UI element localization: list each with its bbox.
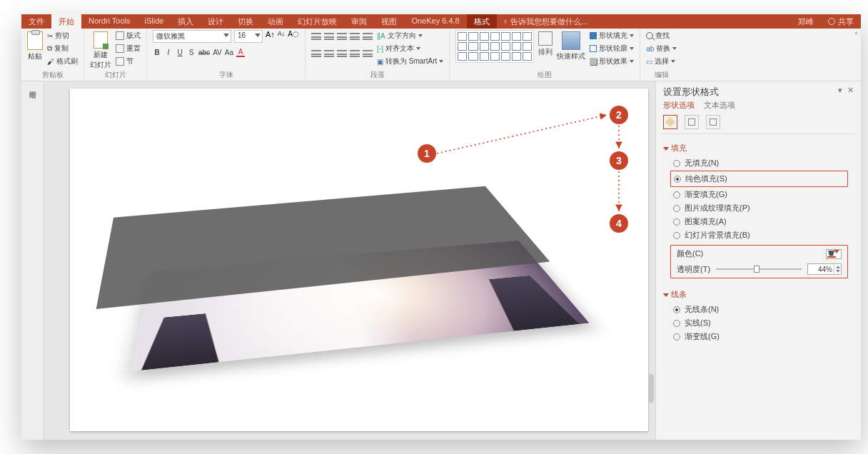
italic-button[interactable]: I bbox=[164, 49, 173, 56]
indent-dec-button[interactable] bbox=[337, 33, 347, 40]
shrink-font-button[interactable]: A↓ bbox=[278, 30, 286, 43]
cut-button[interactable]: ✂ 剪切 bbox=[47, 30, 78, 41]
shadow-button[interactable]: S bbox=[187, 49, 196, 56]
fill-solid-radio[interactable]: 纯色填充(S) bbox=[674, 172, 844, 186]
align-center-button[interactable] bbox=[324, 50, 334, 57]
arrange-button[interactable]: 排列 bbox=[538, 30, 552, 57]
transparency-value[interactable]: 44% bbox=[807, 263, 842, 275]
line-none-label: 无线条(N) bbox=[685, 304, 719, 315]
cut-label: 剪切 bbox=[55, 31, 69, 41]
shape-outline-button[interactable]: 形状轮廓 bbox=[590, 43, 634, 54]
share-button[interactable]: 共享 bbox=[821, 14, 861, 29]
tell-me[interactable]: ♀ 告诉我您想要做什么... bbox=[497, 14, 593, 29]
pane-cat-effects-icon[interactable] bbox=[685, 115, 699, 129]
pane-tab-text[interactable]: 文本选项 bbox=[704, 100, 735, 111]
tab-insert[interactable]: 插入 bbox=[171, 14, 201, 29]
copy-button[interactable]: ⧉ 复制 bbox=[47, 43, 78, 54]
annotation-2: 2 bbox=[610, 106, 628, 124]
reset-button[interactable]: 重置 bbox=[116, 43, 141, 54]
clear-format-button[interactable]: A◌ bbox=[288, 30, 299, 43]
grow-font-button[interactable]: A↑ bbox=[266, 30, 275, 43]
smartart-label: 转换为 SmartArt bbox=[385, 56, 437, 66]
pane-close-button[interactable]: ▾ ✕ bbox=[838, 86, 855, 99]
tab-design[interactable]: 设计 bbox=[201, 14, 231, 29]
account-user[interactable]: 郑峰 bbox=[791, 14, 821, 29]
pane-cat-fill-icon[interactable] bbox=[663, 115, 677, 129]
align-left-button[interactable] bbox=[311, 50, 321, 57]
align-text-label: 对齐文本 bbox=[385, 44, 414, 54]
tab-review[interactable]: 审阅 bbox=[344, 14, 374, 29]
smartart-button[interactable]: ▣转换为 SmartArt bbox=[377, 56, 443, 67]
fill-none-radio[interactable]: 无填充(N) bbox=[663, 156, 854, 170]
align-text-button[interactable]: [▫]对齐文本 bbox=[377, 43, 443, 54]
paste-label: 粘贴 bbox=[28, 51, 42, 61]
text-direction-button[interactable]: ‖A文字方向 bbox=[377, 30, 443, 41]
ribbon: 粘贴 ✂ 剪切 ⧉ 复制 🖌 格式刷 剪贴板 新建 幻灯片 版式 重置 bbox=[21, 29, 861, 81]
underline-button[interactable]: U bbox=[176, 49, 184, 56]
collapse-ribbon-button[interactable]: ˄ bbox=[854, 31, 858, 39]
line-spacing-button[interactable] bbox=[363, 33, 373, 40]
line-section-header[interactable]: 线条 bbox=[663, 289, 854, 300]
tab-animation[interactable]: 动画 bbox=[261, 14, 291, 29]
tab-slideshow[interactable]: 幻灯片放映 bbox=[291, 14, 344, 29]
find-button[interactable]: 查找 bbox=[646, 30, 677, 41]
quick-style-button[interactable]: 快速样式 bbox=[557, 30, 585, 61]
tab-view[interactable]: 视图 bbox=[374, 14, 404, 29]
tab-transition[interactable]: 切换 bbox=[231, 14, 261, 29]
clipboard-icon bbox=[27, 31, 43, 50]
font-color-button[interactable]: A bbox=[236, 48, 245, 57]
fill-pattern-radio[interactable]: 图案填充(A) bbox=[663, 215, 854, 228]
share-icon bbox=[828, 18, 835, 25]
section-button[interactable]: 节 bbox=[116, 56, 141, 67]
tab-home[interactable]: 开始 bbox=[51, 14, 81, 29]
tab-file[interactable]: 文件 bbox=[21, 14, 51, 29]
align-right-button[interactable] bbox=[337, 50, 347, 57]
new-slide-button[interactable]: 新建 幻灯片 bbox=[90, 30, 111, 70]
section-label: 节 bbox=[126, 56, 133, 66]
tab-format[interactable]: 格式 bbox=[467, 14, 497, 29]
find-icon bbox=[646, 32, 653, 39]
transparency-slider[interactable] bbox=[716, 268, 802, 270]
fill-pattern-label: 图案填充(A) bbox=[685, 216, 727, 227]
fill-gradient-radio[interactable]: 渐变填充(G) bbox=[663, 188, 854, 201]
line-gradient-radio[interactable]: 渐变线(G) bbox=[663, 330, 854, 343]
tab-nordri[interactable]: Nordri Tools bbox=[81, 14, 138, 29]
shape-fill-button[interactable]: 形状填充 bbox=[590, 30, 634, 41]
pane-cat-size-icon[interactable] bbox=[706, 115, 720, 129]
fill-picture-radio[interactable]: 图片或纹理填充(P) bbox=[663, 201, 854, 215]
menu-tab-bar: 文件 开始 Nordri Tools iSlide 插入 设计 切换 动画 幻灯… bbox=[21, 14, 861, 29]
columns-button[interactable] bbox=[363, 50, 373, 57]
select-button[interactable]: ▭选择 bbox=[646, 56, 677, 67]
layout-button[interactable]: 版式 bbox=[116, 30, 141, 41]
fill-section-header[interactable]: 填充 bbox=[663, 143, 854, 153]
group-paragraph-label: 段落 bbox=[311, 70, 443, 81]
slide-canvas[interactable] bbox=[70, 89, 648, 431]
font-size-combo[interactable]: 16 bbox=[234, 30, 263, 43]
line-none-radio[interactable]: 无线条(N) bbox=[663, 303, 854, 316]
shapes-gallery[interactable] bbox=[455, 30, 534, 63]
shape-effects-button[interactable]: 形状效果 bbox=[590, 56, 634, 67]
char-spacing-button[interactable]: AV bbox=[213, 49, 222, 56]
indent-inc-button[interactable] bbox=[350, 33, 360, 40]
paste-button[interactable]: 粘贴 bbox=[27, 30, 43, 61]
tab-islide[interactable]: iSlide bbox=[138, 14, 171, 29]
change-case-button[interactable]: Aa bbox=[225, 49, 233, 56]
align-justify-button[interactable] bbox=[350, 50, 360, 57]
line-solid-radio[interactable]: 实线(S) bbox=[663, 316, 854, 330]
tab-onekey[interactable]: OneKey 6.4.8 bbox=[404, 14, 466, 29]
pane-tab-shape[interactable]: 形状选项 bbox=[663, 100, 695, 111]
replace-button[interactable]: ab替换 bbox=[646, 43, 677, 54]
outline-pane[interactable]: 缩略图 bbox=[21, 81, 44, 440]
layout-label: 版式 bbox=[126, 31, 141, 41]
fill-color-picker[interactable] bbox=[826, 249, 842, 259]
bold-button[interactable]: B bbox=[153, 49, 161, 56]
bullets-button[interactable] bbox=[311, 33, 321, 40]
line-gradient-label: 渐变线(G) bbox=[685, 331, 720, 342]
strike-button[interactable]: abc bbox=[198, 49, 210, 56]
fill-slidebg-radio[interactable]: 幻灯片背景填充(B) bbox=[663, 228, 854, 242]
vertical-scrollbar[interactable] bbox=[648, 89, 654, 433]
format-painter-button[interactable]: 🖌 格式刷 bbox=[47, 56, 78, 67]
font-name-combo[interactable]: 微软雅黑 bbox=[153, 30, 231, 43]
numbering-button[interactable] bbox=[324, 33, 334, 40]
scroll-thumb[interactable] bbox=[648, 374, 654, 403]
